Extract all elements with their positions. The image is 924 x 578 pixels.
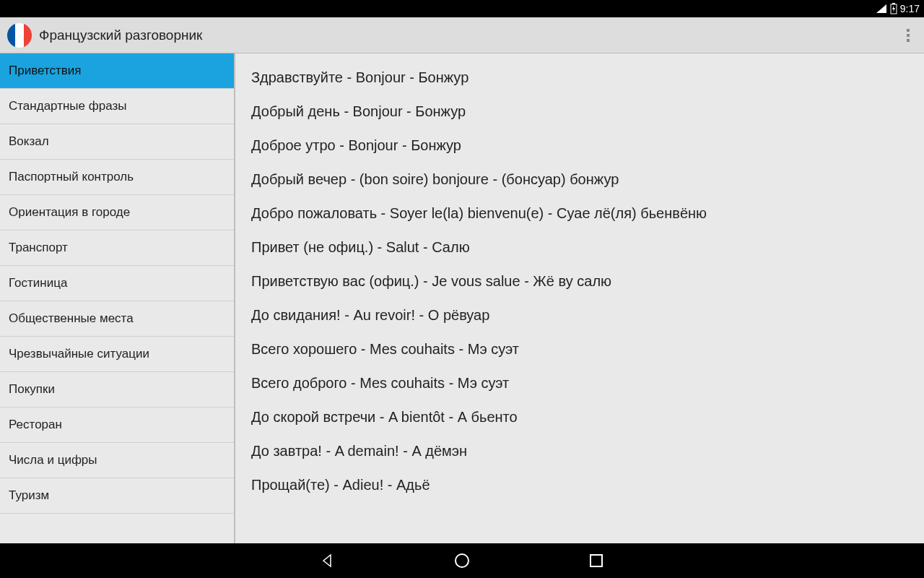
phrase-item[interactable]: До свидания! - Au revoir! - О рёвуар [235, 298, 924, 332]
phrase-item[interactable]: Всего хорошего - Mes couhaits - Мэ суэт [235, 332, 924, 366]
battery-icon [890, 3, 897, 14]
phrase-item[interactable]: Всего доброго - Mes couhaits - Мэ суэт [235, 366, 924, 400]
phrase-item[interactable]: Прощай(те) - Adieu! - Адьё [235, 468, 924, 502]
sidebar-item[interactable]: Ориентация в городе [0, 195, 234, 230]
phrase-item[interactable]: Приветствую вас (офиц.) - Je vous salue … [235, 264, 924, 298]
sidebar-item-label: Гостиница [9, 276, 67, 290]
sidebar-item-label: Чрезвычайные ситуации [9, 347, 149, 361]
sidebar-item[interactable]: Вокзал [0, 124, 234, 160]
sidebar-item-label: Вокзал [9, 134, 49, 149]
home-button[interactable] [453, 551, 471, 570]
phrase-item[interactable]: Добрый день - Bonjour - Бонжур [235, 95, 924, 129]
france-flag-icon [7, 23, 32, 48]
phrase-item[interactable]: Доброе утро - Bonjour - Бонжур [235, 129, 924, 163]
phrase-item[interactable]: Здравствуйте - Bonjour - Бонжур [235, 61, 924, 95]
sidebar-item-label: Покупки [9, 382, 55, 397]
sidebar-item[interactable]: Общественные места [0, 301, 234, 337]
svg-rect-1 [892, 3, 895, 4]
phrase-item[interactable]: Привет (не офиц.) - Salut - Салю [235, 230, 924, 264]
sidebar-item-label: Числа и цифры [9, 453, 97, 467]
sidebar-item-label: Ресторан [9, 418, 62, 432]
content-area: ПриветствияСтандартные фразыВокзалПаспор… [0, 53, 924, 543]
sidebar-item-label: Транспорт [9, 241, 68, 255]
sidebar-item[interactable]: Числа и цифры [0, 443, 234, 478]
sidebar-item[interactable]: Ресторан [0, 407, 234, 443]
app-title: Французский разговорник [39, 27, 202, 43]
sidebar-item-label: Туризм [9, 488, 49, 503]
android-nav-bar [0, 543, 924, 578]
overflow-menu-icon[interactable] [899, 21, 917, 50]
sidebar-item-label: Ориентация в городе [9, 205, 130, 220]
sidebar-item[interactable]: Туризм [0, 478, 234, 514]
phrase-list[interactable]: Здравствуйте - Bonjour - БонжурДобрый де… [235, 53, 924, 543]
phrase-item[interactable]: Добро пожаловать - Soyer le(la) bienvenu… [235, 197, 924, 230]
sidebar-item[interactable]: Транспорт [0, 230, 234, 266]
sidebar-item-label: Стандартные фразы [9, 99, 126, 113]
sidebar-item[interactable]: Стандартные фразы [0, 89, 234, 124]
sidebar-item[interactable]: Чрезвычайные ситуации [0, 337, 234, 372]
sidebar-item[interactable]: Паспортный контроль [0, 160, 234, 195]
back-button[interactable] [318, 551, 337, 570]
action-bar: Французский разговорник [0, 17, 924, 53]
phrase-item[interactable]: До скорой встречи - A bientôt - А бьенто [235, 400, 924, 434]
category-sidebar: ПриветствияСтандартные фразыВокзалПаспор… [0, 53, 235, 543]
android-status-bar: 9:17 [0, 0, 924, 17]
phrase-item[interactable]: До завтра! - A demain! - А дёмэн [235, 434, 924, 468]
sidebar-item-label: Паспортный контроль [9, 170, 134, 184]
sidebar-item[interactable]: Приветствия [0, 53, 234, 89]
sidebar-item-label: Общественные места [9, 311, 134, 326]
recent-apps-button[interactable] [587, 551, 606, 570]
sidebar-item-label: Приветствия [9, 64, 82, 78]
status-time: 9:17 [900, 3, 920, 14]
signal-icon [876, 4, 887, 14]
phrase-item[interactable]: Добрый вечер - (bon soire) bonjoure - (б… [235, 163, 924, 197]
sidebar-item[interactable]: Гостиница [0, 266, 234, 301]
sidebar-item[interactable]: Покупки [0, 372, 234, 407]
